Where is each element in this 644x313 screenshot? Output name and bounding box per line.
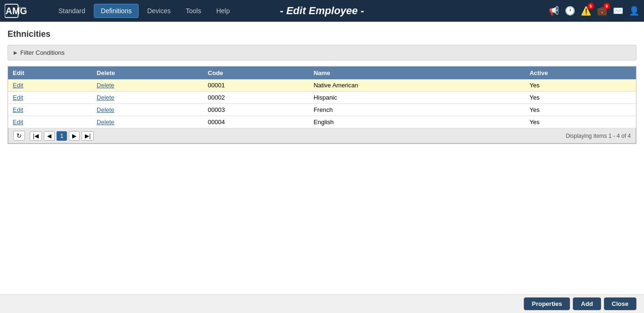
close-button[interactable]: Close bbox=[604, 297, 636, 310]
pagination-status: Displaying items 1 - 4 of 4 bbox=[566, 133, 631, 139]
cell-name: French bbox=[309, 104, 525, 116]
cell-active: Yes bbox=[525, 104, 636, 116]
delete-button[interactable]: Delete bbox=[97, 82, 115, 89]
briefcase-badge: 6 bbox=[603, 3, 610, 9]
first-page-button[interactable]: |◀ bbox=[30, 131, 42, 141]
alert-badge: 5 bbox=[587, 3, 594, 9]
navbar-icons: 📢 🕐 ⚠️ 5 💼 6 ✉️ 👤 bbox=[549, 6, 639, 16]
footer-bar: Properties Add Close bbox=[0, 294, 644, 313]
col-name: Name bbox=[309, 67, 525, 79]
edit-button[interactable]: Edit bbox=[13, 118, 23, 126]
clock-icon[interactable]: 🕐 bbox=[565, 6, 575, 16]
properties-button[interactable]: Properties bbox=[524, 297, 570, 310]
filter-arrow-icon: ▶ bbox=[14, 50, 17, 55]
table-scroll-area[interactable]: Edit Delete Code Name Active EditDelete0… bbox=[8, 67, 636, 128]
cell-name: Native American bbox=[309, 79, 525, 92]
alert-icon[interactable]: ⚠️ 5 bbox=[581, 6, 591, 16]
table-body: EditDelete00001Native AmericanYesEditDel… bbox=[8, 79, 636, 128]
col-edit: Edit bbox=[8, 67, 92, 79]
prev-page-button[interactable]: ◀ bbox=[44, 131, 55, 141]
cell-active: Yes bbox=[525, 116, 636, 128]
mail-icon[interactable]: ✉️ bbox=[613, 6, 623, 16]
briefcase-icon[interactable]: 💼 6 bbox=[597, 6, 607, 16]
cell-name: Hispanic bbox=[309, 92, 525, 104]
delete-button[interactable]: Delete bbox=[97, 106, 115, 113]
data-table-container: Edit Delete Code Name Active EditDelete0… bbox=[8, 66, 636, 144]
cell-active: Yes bbox=[525, 92, 636, 104]
main-content: Ethnicities ▶ Filter Conditions Edit Del… bbox=[0, 22, 644, 294]
table-row: EditDelete00001Native AmericanYes bbox=[8, 79, 636, 92]
edit-button[interactable]: Edit bbox=[13, 82, 23, 89]
ethnicities-table: Edit Delete Code Name Active EditDelete0… bbox=[8, 67, 636, 128]
app-logo[interactable]: AMG time bbox=[5, 2, 42, 19]
edit-button[interactable]: Edit bbox=[13, 106, 23, 113]
nav-tools[interactable]: Tools bbox=[179, 4, 208, 17]
pagination-bar: ↻ |◀ ◀ 1 ▶ ▶| Displaying items 1 - 4 of … bbox=[8, 128, 636, 144]
table-row: EditDelete00003FrenchYes bbox=[8, 104, 636, 116]
main-nav: Standard Definitions Devices Tools Help bbox=[52, 4, 236, 18]
col-active: Active bbox=[525, 67, 636, 79]
filter-toggle[interactable]: ▶ Filter Conditions bbox=[14, 49, 630, 56]
nav-definitions[interactable]: Definitions bbox=[94, 4, 139, 18]
megaphone-icon[interactable]: 📢 bbox=[549, 6, 559, 16]
svg-text:time: time bbox=[19, 6, 26, 10]
cell-code: 00003 bbox=[203, 104, 309, 116]
add-button[interactable]: Add bbox=[573, 297, 601, 310]
table-row: EditDelete00002HispanicYes bbox=[8, 92, 636, 104]
filter-label: Filter Conditions bbox=[20, 49, 65, 56]
cell-name: English bbox=[309, 116, 525, 128]
nav-standard[interactable]: Standard bbox=[52, 4, 92, 17]
cell-code: 00002 bbox=[203, 92, 309, 104]
next-page-button[interactable]: ▶ bbox=[69, 131, 80, 141]
cell-code: 00001 bbox=[203, 79, 309, 92]
last-page-button[interactable]: ▶| bbox=[82, 131, 94, 141]
table-header: Edit Delete Code Name Active bbox=[8, 67, 636, 79]
edit-button[interactable]: Edit bbox=[13, 94, 23, 101]
cell-active: Yes bbox=[525, 79, 636, 92]
page-title-header: - Edit Employee - bbox=[280, 5, 364, 17]
nav-devices[interactable]: Devices bbox=[140, 4, 177, 17]
col-code: Code bbox=[203, 67, 309, 79]
refresh-button[interactable]: ↻ bbox=[13, 131, 25, 141]
table-row: EditDelete00004EnglishYes bbox=[8, 116, 636, 128]
delete-button[interactable]: Delete bbox=[97, 94, 115, 101]
page-number[interactable]: 1 bbox=[57, 131, 67, 141]
col-delete: Delete bbox=[92, 67, 203, 79]
delete-button[interactable]: Delete bbox=[97, 118, 115, 126]
user-icon[interactable]: 👤 bbox=[629, 6, 639, 16]
navbar: AMG time Standard Definitions Devices To… bbox=[0, 0, 644, 22]
nav-help[interactable]: Help bbox=[210, 4, 237, 17]
page-title: Ethnicities bbox=[8, 29, 636, 39]
filter-panel: ▶ Filter Conditions bbox=[8, 45, 636, 60]
cell-code: 00004 bbox=[203, 116, 309, 128]
